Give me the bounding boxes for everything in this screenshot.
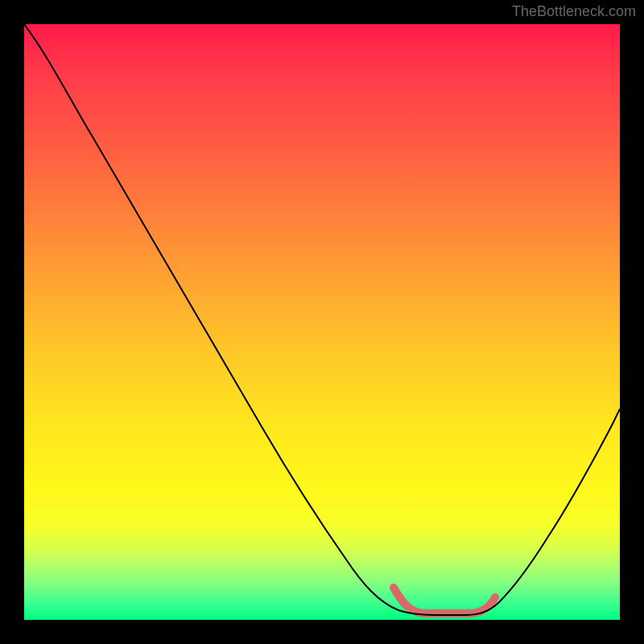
bottleneck-curve-line [24, 24, 620, 615]
optimal-range-highlight [394, 588, 495, 613]
chart-svg [24, 24, 620, 620]
chart-plot-area [24, 24, 620, 620]
attribution-text: TheBottleneck.com [512, 3, 636, 20]
